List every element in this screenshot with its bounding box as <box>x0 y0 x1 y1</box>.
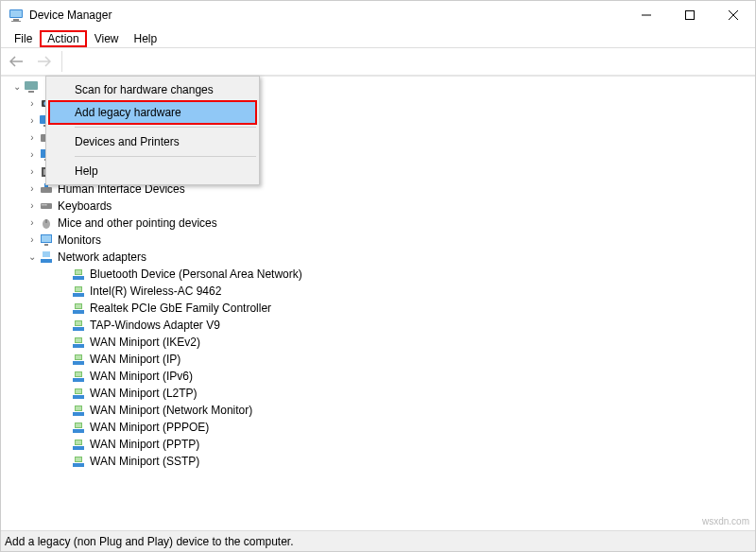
network-adapter-icon <box>71 386 86 401</box>
app-icon <box>9 8 24 23</box>
svg-rect-62 <box>76 423 81 427</box>
svg-rect-59 <box>76 406 81 410</box>
svg-rect-9 <box>28 91 34 93</box>
network-adapter-icon <box>71 369 86 384</box>
svg-rect-1 <box>10 10 22 17</box>
device-label: WAN Miniport (SSTP) <box>90 453 199 470</box>
tree-category[interactable]: ›Keyboards <box>26 198 755 215</box>
svg-rect-27 <box>45 219 47 223</box>
tree-device[interactable]: ›WAN Miniport (Network Monitor) <box>58 402 755 419</box>
menu-divider <box>75 156 256 157</box>
svg-rect-63 <box>73 446 84 450</box>
tree-device[interactable]: ›Realtek PCIe GbE Family Controller <box>58 300 755 317</box>
status-text: Add a legacy (non Plug and Play) device … <box>5 535 294 548</box>
status-bar: Add a legacy (non Plug and Play) device … <box>1 530 755 551</box>
tree-category[interactable]: ›Monitors <box>26 232 755 249</box>
network-adapter-icon <box>71 437 86 452</box>
minimize-button[interactable] <box>625 1 668 29</box>
menu-item-label: Add legacy hardware <box>75 106 181 119</box>
menu-file[interactable]: File <box>7 31 40 46</box>
expander-icon[interactable]: › <box>26 182 39 196</box>
tree-device[interactable]: ›WAN Miniport (L2TP) <box>58 385 755 402</box>
network-adapter-icon <box>71 352 86 367</box>
device-category-icon <box>39 198 54 214</box>
svg-rect-25 <box>45 204 47 206</box>
tree-device[interactable]: ›TAP-Windows Adapter V9 <box>58 317 755 334</box>
menu-divider <box>75 127 256 128</box>
tree-device[interactable]: ›WAN Miniport (IPv6) <box>58 368 755 385</box>
svg-rect-23 <box>42 204 43 206</box>
svg-rect-38 <box>76 287 81 291</box>
menu-view[interactable]: View <box>87 31 127 46</box>
svg-rect-20 <box>41 187 52 193</box>
expander-icon[interactable]: › <box>26 97 39 111</box>
menu-help[interactable]: Help <box>127 31 165 46</box>
tree-device[interactable]: ›WAN Miniport (PPTP) <box>58 436 755 453</box>
menu-item-label: Help <box>75 164 98 178</box>
forward-button[interactable] <box>33 51 54 72</box>
svg-rect-30 <box>44 244 48 246</box>
menu-item-label: Scan for hardware changes <box>75 83 214 96</box>
network-icon <box>39 250 54 265</box>
network-adapter-icon <box>71 335 86 350</box>
svg-rect-44 <box>76 321 81 325</box>
expander-icon[interactable]: › <box>26 148 39 162</box>
expander-icon[interactable]: › <box>26 199 39 213</box>
menu-action[interactable]: Action <box>40 30 86 47</box>
network-adapter-icon <box>71 454 86 469</box>
device-label: TAP-Windows Adapter V9 <box>90 317 220 334</box>
svg-rect-5 <box>686 11 695 20</box>
expander-icon[interactable]: ⌄ <box>10 80 24 94</box>
category-network-adapters[interactable]: ⌄ Network adapters <box>26 249 755 266</box>
category-label: Monitors <box>58 232 101 249</box>
menu-item-help[interactable]: Help <box>48 160 257 182</box>
maximize-button[interactable] <box>668 1 712 29</box>
svg-rect-65 <box>76 440 81 444</box>
svg-rect-60 <box>73 429 84 433</box>
svg-rect-39 <box>73 310 84 314</box>
device-label: WAN Miniport (PPTP) <box>90 436 199 453</box>
expander-icon[interactable]: › <box>26 233 39 247</box>
tree-category[interactable]: ›Mice and other pointing devices <box>26 215 755 232</box>
tree-device[interactable]: ›WAN Miniport (SSTP) <box>58 453 755 470</box>
device-label: Realtek PCIe GbE Family Controller <box>90 300 271 317</box>
svg-rect-33 <box>73 276 84 280</box>
svg-rect-36 <box>73 293 84 297</box>
menu-item-scan[interactable]: Scan for hardware changes <box>48 78 257 101</box>
svg-rect-48 <box>73 361 84 365</box>
close-button[interactable] <box>712 1 755 29</box>
tree-device[interactable]: ›WAN Miniport (IP) <box>58 351 755 368</box>
svg-rect-51 <box>73 378 84 382</box>
svg-rect-42 <box>73 327 84 331</box>
svg-rect-57 <box>73 412 84 416</box>
svg-rect-56 <box>76 389 81 393</box>
network-adapter-icon <box>71 284 86 299</box>
tree-device[interactable]: ›WAN Miniport (IKEv2) <box>58 334 755 351</box>
svg-rect-53 <box>76 372 81 376</box>
svg-rect-50 <box>76 355 81 359</box>
tree-device[interactable]: ›WAN Miniport (PPPOE) <box>58 419 755 436</box>
device-label: WAN Miniport (Network Monitor) <box>90 402 252 419</box>
expander-icon[interactable]: › <box>26 216 39 230</box>
menu-item-add-legacy[interactable]: Add legacy hardware <box>48 100 257 125</box>
expander-icon[interactable]: ⌄ <box>26 250 39 264</box>
expander-icon[interactable]: › <box>26 131 39 145</box>
tree-device[interactable]: ›Intel(R) Wireless-AC 9462 <box>58 283 755 300</box>
menu-item-devices-printers[interactable]: Devices and Printers <box>48 130 257 153</box>
back-button[interactable] <box>7 51 27 72</box>
device-label: WAN Miniport (IKEv2) <box>90 334 200 351</box>
network-adapter-icon <box>71 318 86 333</box>
network-adapter-icon <box>71 420 86 435</box>
window-title: Device Manager <box>29 9 625 22</box>
tree-device[interactable]: ›Bluetooth Device (Personal Area Network… <box>58 266 755 283</box>
watermark: wsxdn.com <box>702 516 749 526</box>
svg-rect-66 <box>73 463 84 467</box>
expander-icon[interactable]: › <box>26 165 39 179</box>
menu-item-label: Devices and Printers <box>75 135 180 148</box>
device-label: WAN Miniport (IPv6) <box>90 368 193 385</box>
toolbar <box>1 48 755 76</box>
svg-rect-8 <box>25 81 38 90</box>
svg-rect-24 <box>43 204 45 206</box>
expander-icon[interactable]: › <box>26 114 39 128</box>
device-category-icon <box>39 233 54 248</box>
